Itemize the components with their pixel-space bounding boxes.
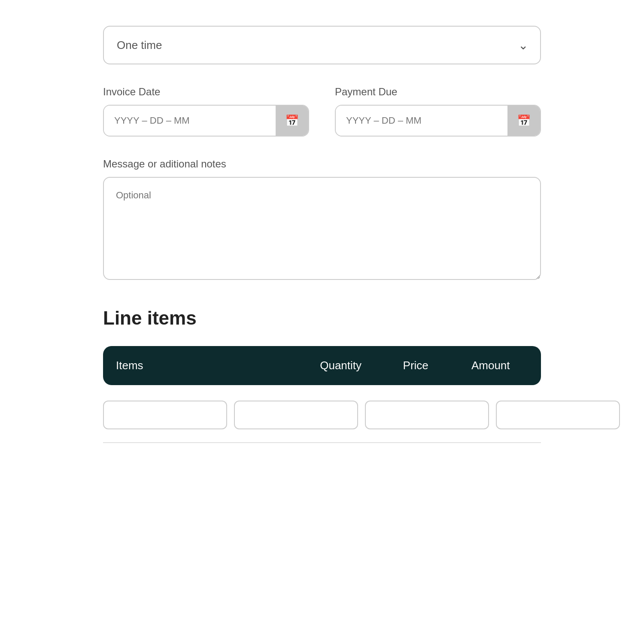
payment-due-field: Payment Due 📅 (335, 86, 541, 137)
notes-label: Message or aditional notes (103, 158, 541, 170)
invoice-date-input-wrapper: 📅 (103, 105, 309, 137)
notes-textarea[interactable] (103, 177, 541, 280)
payment-due-input-wrapper: 📅 (335, 105, 541, 137)
line-items-title: Line items (103, 307, 541, 329)
header-items: Items (116, 359, 303, 372)
header-amount: Amount (453, 359, 528, 372)
line-item-quantity-input[interactable] (234, 401, 358, 429)
calendar-icon: 📅 (285, 114, 299, 128)
payment-due-label: Payment Due (335, 86, 541, 98)
invoice-date-field: Invoice Date 📅 (103, 86, 309, 137)
invoice-date-calendar-button[interactable]: 📅 (276, 106, 308, 136)
notes-section: Message or aditional notes (103, 158, 541, 282)
frequency-select[interactable]: One time Weekly Monthly Yearly (103, 26, 541, 64)
invoice-date-label: Invoice Date (103, 86, 309, 98)
header-price: Price (378, 359, 453, 372)
line-item-amount-input[interactable] (496, 401, 620, 429)
line-items-section: Line items Items Quantity Price Amount (103, 307, 541, 443)
line-item-name-input[interactable] (103, 401, 227, 429)
line-items-header: Items Quantity Price Amount (103, 346, 541, 385)
calendar-icon: 📅 (517, 114, 531, 128)
payment-due-calendar-button[interactable]: 📅 (507, 106, 540, 136)
line-item-row (103, 394, 541, 443)
line-item-price-input[interactable] (365, 401, 489, 429)
header-quantity: Quantity (303, 359, 378, 372)
invoice-date-input[interactable] (104, 106, 276, 136)
frequency-select-wrapper: One time Weekly Monthly Yearly ⌄ (103, 26, 541, 64)
date-section: Invoice Date 📅 Payment Due 📅 (103, 86, 541, 137)
payment-due-input[interactable] (336, 106, 507, 136)
